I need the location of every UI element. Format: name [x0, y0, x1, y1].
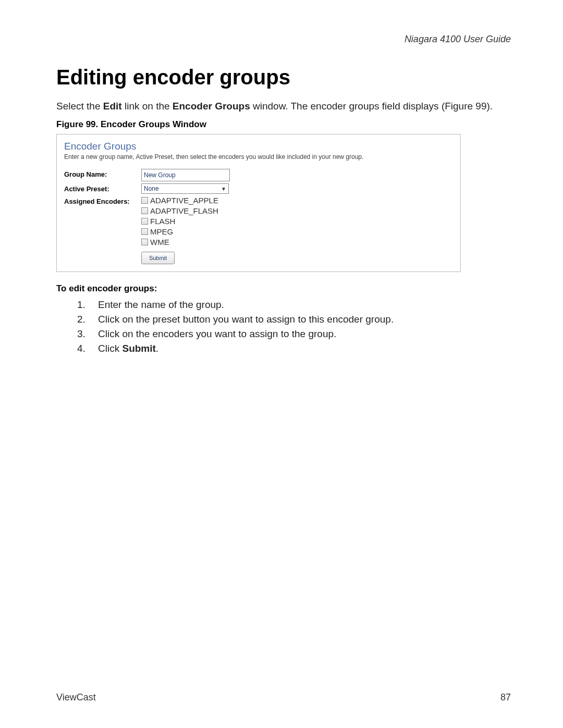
encoder-label: ADAPTIVE_FLASH: [150, 206, 218, 215]
chevron-down-icon: ▼: [221, 186, 226, 192]
intro-text: Select the: [56, 101, 103, 112]
encoder-item[interactable]: ADAPTIVE_APPLE: [141, 196, 218, 205]
steps-heading: To edit encoder groups:: [56, 283, 511, 294]
label-active-preset: Active Preset:: [64, 183, 141, 193]
step-number: 1.: [77, 299, 87, 311]
checkbox-icon[interactable]: [141, 228, 148, 235]
encoder-item[interactable]: ADAPTIVE_FLASH: [141, 206, 218, 215]
row-assigned-encoders: Assigned Encoders: ADAPTIVE_APPLE ADAPTI…: [64, 196, 453, 246]
step-item: 1. Enter the name of the group.: [77, 299, 511, 311]
step-number: 2.: [77, 314, 87, 325]
step-text: Enter the name of the group.: [98, 299, 224, 311]
row-group-name: Group Name:: [64, 169, 453, 181]
intro-text: link on the: [122, 101, 173, 112]
step-number: 4.: [77, 343, 87, 354]
step-item: 4. Click Submit.: [77, 343, 511, 354]
checkbox-icon[interactable]: [141, 207, 148, 214]
checkbox-icon[interactable]: [141, 218, 148, 225]
checkbox-icon[interactable]: [141, 197, 148, 204]
page-title: Editing encoder groups: [56, 66, 511, 89]
encoder-label: WME: [150, 238, 169, 246]
step-text: Click Submit.: [98, 343, 158, 354]
step-number: 3.: [77, 328, 87, 340]
step-text-bold: Submit: [122, 343, 155, 354]
encoder-item[interactable]: WME: [141, 238, 218, 246]
window-title: Encoder Groups: [64, 141, 453, 152]
page: Niagara 4100 User Guide Editing encoder …: [0, 0, 563, 728]
intro-window-bold: Encoder Groups: [173, 101, 250, 112]
row-active-preset: Active Preset: None ▼: [64, 183, 453, 194]
figure-caption: Figure 99. Encoder Groups Window: [56, 119, 511, 130]
step-text: Click on the encoders you want to assign…: [98, 328, 336, 340]
checkbox-icon[interactable]: [141, 239, 148, 245]
step-text: Click on the preset button you want to a…: [98, 314, 394, 325]
intro-text: window. The encoder groups field display…: [250, 101, 493, 112]
footer-page-number: 87: [500, 692, 511, 703]
step-item: 2. Click on the preset button you want t…: [77, 314, 511, 325]
label-assigned-encoders: Assigned Encoders:: [64, 196, 141, 205]
label-group-name: Group Name:: [64, 169, 141, 178]
footer-left: ViewCast: [56, 692, 96, 703]
group-name-input[interactable]: [141, 169, 230, 181]
window-subtitle: Enter a new group name, Active Preset, t…: [64, 153, 453, 161]
encoder-groups-window: Encoder Groups Enter a new group name, A…: [56, 134, 461, 272]
encoder-label: ADAPTIVE_APPLE: [150, 196, 218, 205]
steps-list: 1. Enter the name of the group. 2. Click…: [77, 299, 511, 354]
submit-button[interactable]: Submit: [141, 252, 175, 264]
active-preset-value: None: [144, 185, 159, 192]
active-preset-select[interactable]: None ▼: [141, 183, 229, 194]
step-item: 3. Click on the encoders you want to ass…: [77, 328, 511, 340]
running-header: Niagara 4100 User Guide: [56, 34, 511, 45]
step-text-frag: .: [156, 343, 158, 354]
intro-edit-bold: Edit: [103, 101, 122, 112]
step-text-frag: Click: [98, 343, 122, 354]
encoder-label: FLASH: [150, 217, 175, 226]
encoder-list: ADAPTIVE_APPLE ADAPTIVE_FLASH FLASH MPEG…: [141, 196, 218, 246]
intro-paragraph: Select the Edit link on the Encoder Grou…: [56, 101, 511, 112]
encoder-item[interactable]: FLASH: [141, 217, 218, 226]
encoder-item[interactable]: MPEG: [141, 227, 218, 236]
encoder-label: MPEG: [150, 227, 173, 236]
page-footer: ViewCast 87: [56, 692, 511, 703]
